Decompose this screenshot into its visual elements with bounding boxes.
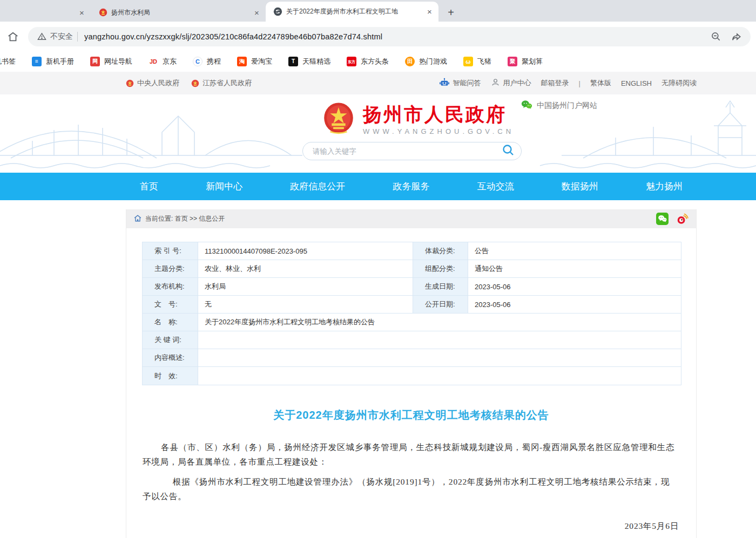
browser-logo-icon	[273, 7, 282, 16]
national-emblem-icon	[98, 8, 107, 17]
table-row: 索 引 号: 11321000014407098E-2023-095 体裁分类:…	[143, 242, 681, 260]
close-icon[interactable]	[77, 8, 86, 17]
table-row: 主题分类: 农业、林业、水利 组配分类: 通知公告	[143, 260, 681, 278]
main-nav: 首页 新闻中心 政府信息公开 政务服务 互动交流 数据扬州 魅力扬州	[0, 173, 756, 200]
bookmark-item[interactable]: 机书签	[0, 57, 16, 66]
link-label: 邮箱登录	[541, 78, 569, 88]
manual-icon: ≡	[32, 57, 42, 66]
bookmark-item[interactable]: JD 京东	[148, 57, 177, 66]
bookmark-item[interactable]: C 携程	[193, 57, 221, 66]
divider: |	[579, 79, 580, 87]
document-meta-table: 索 引 号: 11321000014407098E-2023-095 体裁分类:…	[142, 242, 681, 385]
bookmark-item[interactable]: 网 网址导航	[90, 57, 132, 66]
site-logo[interactable]: 扬州市人民政府 WWW.YANGZHOU.GOV.CN	[323, 102, 514, 138]
meta-label: 组配分类:	[413, 260, 468, 277]
table-row: 发布机构: 水利局 生成日期: 2023-05-06	[143, 278, 681, 296]
link-label: 用户中心	[503, 78, 531, 88]
search-icon[interactable]	[502, 144, 515, 159]
bookmark-item[interactable]: 东方 东方头条	[347, 57, 389, 66]
tab-shuiliju[interactable]: 扬州市水利局	[91, 3, 266, 22]
bookmark-label: 爱淘宝	[251, 57, 272, 66]
bookmark-item[interactable]: T 天猫精选	[288, 57, 330, 66]
bookmark-item[interactable]: 聚 聚划算	[508, 57, 543, 66]
link-label: ENGLISH	[621, 79, 652, 87]
meta-value: 关于2022年度扬州市水利工程文明工地考核结果的公告	[198, 314, 681, 331]
table-row: 名 称: 关于2022年度扬州市水利工程文明工地考核结果的公告	[143, 314, 681, 331]
close-icon[interactable]	[425, 7, 434, 16]
site-search	[302, 142, 522, 160]
address-bar[interactable]: 不安全 yangzhou.gov.cn/yzszxxgk/slj/202305/…	[28, 27, 751, 46]
meta-label: 发布机构:	[143, 278, 198, 295]
bookmark-item[interactable]: ω 飞猪	[463, 57, 491, 66]
wechat-share-icon[interactable]	[656, 213, 669, 225]
nav-item-news[interactable]: 新闻中心	[206, 180, 242, 193]
new-tab-button[interactable]	[444, 5, 458, 19]
tab-title: 关于2022年度扬州市水利工程文明工地	[286, 7, 425, 16]
security-label: 不安全	[50, 32, 73, 42]
breadcrumb-home-icon[interactable]	[134, 215, 141, 223]
meta-value	[198, 349, 681, 366]
nav-item-info-disclosure[interactable]: 政府信息公开	[290, 180, 345, 193]
zoom-out-icon[interactable]	[710, 30, 723, 43]
jd-icon: JD	[148, 57, 158, 66]
meta-label: 索 引 号:	[143, 242, 198, 260]
meta-label: 内容概述:	[143, 349, 198, 366]
user-center-link[interactable]: 用户中心	[491, 78, 531, 88]
ctrip-icon: C	[193, 57, 202, 66]
nav-site-icon: 网	[90, 57, 100, 66]
english-link[interactable]: ENGLISH	[621, 79, 652, 87]
link-label: 智能问答	[453, 78, 481, 88]
bookmark-item[interactable]: 田 热门游戏	[405, 57, 447, 66]
national-emblem-icon	[191, 79, 199, 87]
bookmark-label: 京东	[163, 57, 177, 66]
meta-label: 公开日期:	[413, 296, 468, 313]
meta-value: 农业、林业、水利	[198, 260, 413, 277]
article-paragraph: 各县（市、区）水利（务）局，扬州经济开发区城乡事务管理局，生态科技新城规划建设局…	[143, 440, 676, 469]
nav-item-services[interactable]: 政务服务	[393, 180, 429, 193]
bookmark-label: 机书签	[0, 57, 16, 66]
meta-label: 关 键 词:	[143, 331, 198, 349]
weibo-share-icon[interactable]	[676, 213, 688, 225]
table-row: 内容概述:	[143, 349, 681, 367]
bookmark-item[interactable]: ≡ 新机手册	[32, 57, 74, 66]
link-label: 中央人民政府	[137, 78, 179, 88]
tab-partial[interactable]	[0, 3, 91, 22]
nav-item-data[interactable]: 数据扬州	[562, 180, 598, 193]
bookmarks-bar: 机书签 ≡ 新机手册 网 网址导航 JD 京东 C 携程 淘 爱淘宝 T 天猫精…	[0, 51, 756, 72]
bookmark-item[interactable]: 淘 爱淘宝	[237, 57, 272, 66]
link-jiangsu-gov[interactable]: 江苏省人民政府	[191, 78, 252, 88]
bookmark-label: 东方头条	[361, 57, 389, 66]
nav-item-interaction[interactable]: 互动交流	[477, 180, 514, 193]
url-text[interactable]: yangzhou.gov.cn/yzszxxgk/slj/202305/210c…	[84, 32, 703, 41]
share-icon[interactable]	[730, 30, 743, 43]
article-date: 2023年5月6日	[126, 521, 696, 532]
link-label: 无障碍阅读	[662, 78, 697, 88]
nav-item-charm[interactable]: 魅力扬州	[646, 180, 683, 193]
meta-value: 通知公告	[468, 260, 681, 277]
warning-icon[interactable]	[37, 32, 46, 42]
accessibility-link[interactable]: 无障碍阅读	[662, 78, 697, 88]
portal-label: 中国扬州门户网站	[537, 101, 597, 111]
portal-tagline: 中国扬州门户网站	[521, 100, 597, 111]
table-row: 关 键 词:	[143, 331, 681, 349]
breadcrumb-path[interactable]: 当前位置: 首页 >> 信息公开	[145, 214, 225, 223]
nav-item-home[interactable]: 首页	[140, 180, 158, 193]
site-title: 扬州市人民政府	[363, 104, 514, 125]
bookmark-label: 天猫精选	[302, 57, 330, 66]
divider	[77, 32, 78, 42]
meta-value: 公告	[468, 242, 681, 260]
meta-label: 体裁分类:	[413, 242, 468, 260]
search-input[interactable]	[313, 147, 502, 155]
mail-login-link[interactable]: 邮箱登录	[541, 78, 569, 88]
tab-active-notice[interactable]: 关于2022年度扬州市水利工程文明工地	[266, 2, 438, 22]
link-central-gov[interactable]: 中央人民政府	[126, 78, 179, 88]
breadcrumb: 当前位置: 首页 >> 信息公开	[126, 209, 696, 228]
tmall-icon: T	[288, 57, 298, 66]
content-panel: 当前位置: 首页 >> 信息公开 索 引 号: 1132100001440709…	[126, 209, 697, 538]
smart-qa-link[interactable]: 智能问答	[439, 78, 481, 89]
traditional-chinese-link[interactable]: 繁体版	[590, 78, 611, 88]
close-icon[interactable]	[252, 8, 261, 17]
bookmark-label: 网址导航	[104, 57, 132, 66]
home-icon[interactable]	[6, 30, 19, 43]
article-paragraph: 根据《扬州市水利工程文明工地建设管理办法》（扬水规[2019]1号），2022年…	[143, 474, 676, 503]
